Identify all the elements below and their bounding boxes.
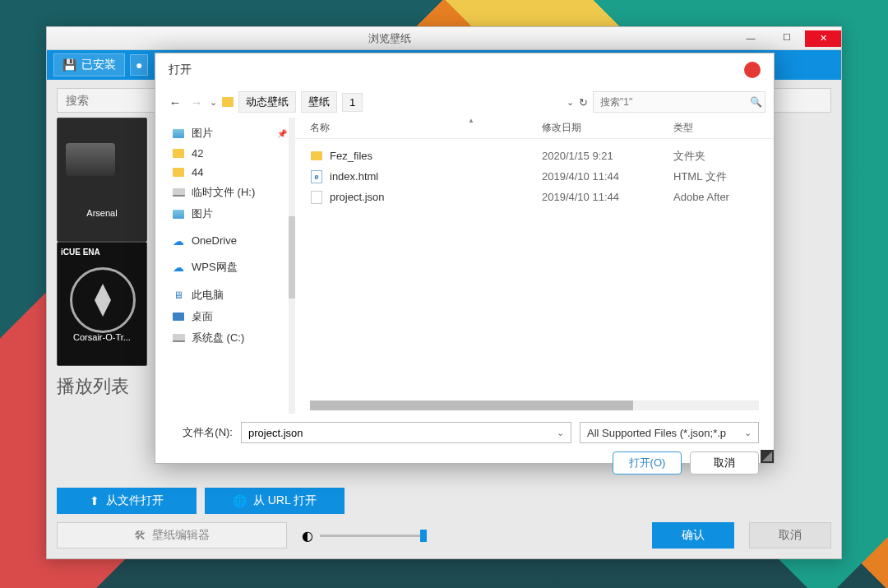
file-icon xyxy=(311,191,322,204)
minimize-button[interactable]: — xyxy=(733,30,769,45)
drive-icon xyxy=(173,188,185,197)
filename-value: project.json xyxy=(248,427,303,439)
html-file-icon: e xyxy=(311,170,322,183)
main-titlebar: 浏览壁纸 — ☐ ✕ xyxy=(47,27,841,50)
open-from-url-button[interactable]: 🌐 从 URL 打开 xyxy=(205,488,345,514)
slider-track[interactable] xyxy=(320,535,427,537)
sidebar-scrollbar[interactable] xyxy=(289,118,295,414)
file-type-filter[interactable]: All Supported Files (*.json;*.p ⌄ xyxy=(580,422,759,443)
sidebar-label: 系统盘 (C:) xyxy=(192,331,244,345)
sidebar-item-folder[interactable]: 42 xyxy=(155,144,295,163)
nav-back-button[interactable]: ← xyxy=(167,95,183,109)
cloud-icon: ☁ xyxy=(172,235,185,247)
sidebar-item-wps[interactable]: ☁WPS网盘 xyxy=(155,257,295,278)
resize-grip[interactable] xyxy=(761,450,774,463)
globe-icon: 🌐 xyxy=(233,494,247,507)
picture-icon xyxy=(173,210,184,219)
crumb-dropdown-icon[interactable]: ⌄ xyxy=(567,97,574,108)
label: 壁纸编辑器 xyxy=(152,528,210,543)
sidebar-label: 临时文件 (H:) xyxy=(192,185,255,200)
breadcrumb-item[interactable]: 壁纸 xyxy=(301,91,337,113)
sidebar-label: 图片 xyxy=(192,206,213,221)
file-name: project.json xyxy=(330,191,542,203)
chevron-down-icon[interactable]: ⌄ xyxy=(744,428,752,438)
list-header: 名称 修改日期 类型 xyxy=(295,118,774,139)
chevron-down-icon[interactable]: ⌄ xyxy=(557,428,564,438)
file-name: Fez_files xyxy=(330,150,542,162)
sidebar-label: 桌面 xyxy=(192,309,213,324)
dialog-nav-bar: ← → ⌄ 动态壁纸 壁纸 1 ⌄ ↻ 🔍 xyxy=(155,86,774,118)
horizontal-scrollbar[interactable] xyxy=(310,400,759,410)
sidebar-item-onedrive[interactable]: ☁OneDrive xyxy=(155,231,295,250)
wallpaper-thumb[interactable]: iCUE ENA Corsair-O-Tr... xyxy=(57,242,147,366)
folder-icon xyxy=(173,149,184,158)
slider-thumb[interactable] xyxy=(420,530,427,542)
save-icon: 💾 xyxy=(62,58,76,72)
label: 从文件打开 xyxy=(106,493,164,508)
dialog-cancel-button[interactable]: 取消 xyxy=(690,451,759,475)
file-open-dialog: 打开 ← → ⌄ 动态壁纸 壁纸 1 ⌄ ↻ 🔍 图片📌 42 44 临时文件 … xyxy=(155,53,775,464)
bottom-bar: ⬆ 从文件打开 🌐 从 URL 打开 🛠 壁纸编辑器 ◐ 确认 取消 xyxy=(57,488,831,549)
dialog-header: 打开 xyxy=(155,53,774,86)
sidebar-item-desktop[interactable]: 桌面 xyxy=(155,306,295,327)
pin-icon: 📌 xyxy=(277,129,287,138)
sort-indicator-icon: ▲ xyxy=(468,117,474,124)
installed-label: 已安装 xyxy=(81,58,116,72)
folder-icon xyxy=(311,151,322,160)
toolbar-extra-button[interactable]: ● xyxy=(130,54,148,76)
contrast-icon: ◐ xyxy=(302,528,313,544)
main-window-title: 浏览壁纸 xyxy=(47,31,733,46)
sidebar-item-this-pc[interactable]: 🖥此电脑 xyxy=(155,285,295,306)
file-row[interactable]: project.json 2019/4/10 11:44 Adobe After xyxy=(295,187,774,207)
sidebar-label: 图片 xyxy=(192,126,213,141)
drive-icon xyxy=(173,334,185,342)
label: 从 URL 打开 xyxy=(253,493,317,508)
file-type: HTML 文件 xyxy=(673,169,727,184)
nav-forward-button[interactable]: → xyxy=(188,95,205,109)
sidebar-item-folder[interactable]: 44 xyxy=(155,163,295,182)
filter-text: All Supported Files (*.json;*.p xyxy=(587,427,726,439)
dialog-sidebar: 图片📌 42 44 临时文件 (H:) 图片 ☁OneDrive ☁WPS网盘 … xyxy=(155,118,295,414)
nav-history-dropdown[interactable]: ⌄ xyxy=(210,97,217,108)
column-date[interactable]: 修改日期 xyxy=(542,121,673,135)
file-date: 2019/4/10 11:44 xyxy=(542,170,673,183)
search-icon[interactable]: 🔍 xyxy=(747,96,765,108)
sidebar-label: 此电脑 xyxy=(192,288,224,303)
file-row[interactable]: Fez_files 2020/1/15 9:21 文件夹 xyxy=(295,146,774,166)
breadcrumb-item[interactable]: 动态壁纸 xyxy=(238,91,296,113)
sidebar-label: OneDrive xyxy=(192,234,237,247)
sidebar-label: 44 xyxy=(192,166,203,178)
breadcrumb-item[interactable]: 1 xyxy=(342,93,363,112)
sidebar-label: WPS网盘 xyxy=(192,260,238,275)
filename-input[interactable]: project.json ⌄ xyxy=(241,422,571,443)
maximize-button[interactable]: ☐ xyxy=(769,30,805,45)
dialog-title: 打开 xyxy=(169,63,192,77)
sidebar-item-system-drive[interactable]: 系统盘 (C:) xyxy=(155,327,295,349)
dialog-footer: 文件名(N): project.json ⌄ All Supported Fil… xyxy=(155,414,774,484)
dialog-search-input[interactable] xyxy=(594,96,747,108)
sidebar-item-drive[interactable]: 临时文件 (H:) xyxy=(155,182,295,203)
wallpaper-editor-button[interactable]: 🛠 壁纸编辑器 xyxy=(57,522,287,549)
open-from-file-button[interactable]: ⬆ 从文件打开 xyxy=(57,488,197,514)
dialog-search-wrap: 🔍 xyxy=(593,91,765,113)
dialog-open-button[interactable]: 打开(O) xyxy=(613,451,682,475)
sidebar-item-pictures[interactable]: 图片 xyxy=(155,203,295,225)
file-list: ▲ 名称 修改日期 类型 Fez_files 2020/1/15 9:21 文件… xyxy=(295,118,774,414)
confirm-button[interactable]: 确认 xyxy=(652,522,734,549)
file-date: 2019/4/10 11:44 xyxy=(542,191,673,203)
sidebar-item-pictures[interactable]: 图片📌 xyxy=(155,123,295,144)
close-button[interactable]: ✕ xyxy=(805,30,841,47)
installed-tab[interactable]: 💾 已安装 xyxy=(53,53,125,76)
column-name[interactable]: 名称 xyxy=(295,121,542,135)
desktop-icon xyxy=(173,313,184,321)
picture-icon xyxy=(173,129,184,138)
refresh-button[interactable]: ↻ xyxy=(579,96,588,109)
brightness-slider[interactable]: ◐ xyxy=(302,528,450,544)
main-cancel-button[interactable]: 取消 xyxy=(749,522,831,549)
file-type: 文件夹 xyxy=(673,149,705,164)
thumb-label: Corsair-O-Tr... xyxy=(58,332,146,342)
thumb-label: Arsenal xyxy=(58,208,146,218)
column-type[interactable]: 类型 xyxy=(673,121,774,135)
file-row[interactable]: e index.html 2019/4/10 11:44 HTML 文件 xyxy=(295,166,774,187)
wallpaper-thumb[interactable]: Arsenal xyxy=(57,118,147,242)
